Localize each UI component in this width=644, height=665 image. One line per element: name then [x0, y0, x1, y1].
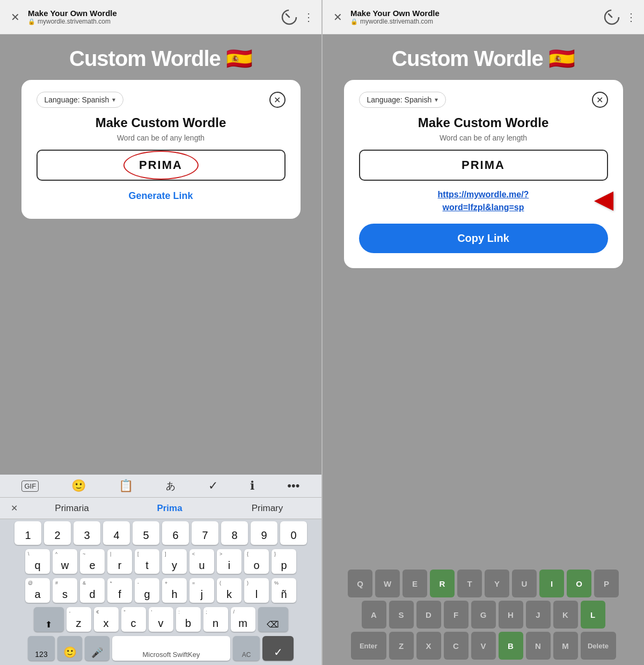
key-5[interactable]: 5: [133, 521, 159, 545]
copy-link-button[interactable]: Copy Link: [359, 224, 608, 253]
autocorrect-dismiss[interactable]: ✕: [5, 501, 23, 515]
key-y[interactable]: ]y: [162, 549, 187, 574]
wkey-D[interactable]: D: [416, 601, 441, 629]
left-modal-close-button[interactable]: ✕: [269, 92, 286, 108]
key-u[interactable]: <u: [189, 549, 214, 574]
emoji-key[interactable]: 🙂: [57, 636, 82, 661]
wkey-O[interactable]: O: [567, 570, 591, 597]
key-h[interactable]: +h: [162, 578, 187, 603]
mic-key[interactable]: 🎤: [85, 636, 109, 661]
wkey-M[interactable]: M: [553, 632, 578, 660]
key-123[interactable]: 123: [28, 636, 55, 661]
check-toolbar-icon[interactable]: ✓: [208, 479, 218, 493]
wkey-T[interactable]: T: [457, 570, 482, 597]
key-t[interactable]: [t: [135, 549, 159, 574]
key-z[interactable]: -z: [67, 607, 91, 632]
generate-link-button[interactable]: Generate Link: [128, 188, 193, 204]
key-f[interactable]: *f: [107, 578, 132, 603]
wkey-C[interactable]: C: [444, 632, 469, 660]
key-8[interactable]: 8: [221, 521, 248, 545]
wkey-H[interactable]: H: [499, 601, 523, 629]
wkey-Enter[interactable]: Enter: [351, 632, 386, 660]
right-close-button[interactable]: ✕: [330, 11, 345, 24]
key-6[interactable]: 6: [162, 521, 189, 545]
generated-url-link[interactable]: https://mywordle.me/?word=lfzpl&lang=sp: [398, 188, 569, 214]
autocorrect-word-3[interactable]: Primary: [218, 503, 316, 514]
key-v[interactable]: 'v: [149, 607, 173, 632]
key-n-tilde[interactable]: %ñ: [272, 578, 296, 603]
key-s[interactable]: #s: [53, 578, 77, 603]
key-9[interactable]: 9: [251, 521, 277, 545]
translate-icon[interactable]: あ: [166, 479, 175, 492]
right-modal-close-button[interactable]: ✕: [592, 92, 608, 108]
more-toolbar-icon[interactable]: •••: [287, 479, 299, 493]
wkey-B[interactable]: B: [499, 632, 523, 660]
key-1[interactable]: 1: [14, 521, 41, 545]
wkey-Q[interactable]: Q: [348, 570, 372, 597]
key-k[interactable]: (k: [217, 578, 241, 603]
key-o[interactable]: {o: [244, 549, 269, 574]
left-more-button[interactable]: ⋮: [303, 11, 314, 24]
wkey-Y[interactable]: Y: [485, 570, 509, 597]
wordle-row-2: A S D F G H J K L: [327, 601, 640, 629]
wkey-U[interactable]: U: [512, 570, 537, 597]
wkey-Delete[interactable]: Delete: [581, 632, 616, 660]
wkey-S[interactable]: S: [389, 601, 414, 629]
wkey-J[interactable]: J: [526, 601, 551, 629]
left-close-button[interactable]: ✕: [8, 11, 23, 24]
wkey-X[interactable]: X: [416, 632, 441, 660]
gif-icon[interactable]: GIF: [21, 481, 39, 492]
wkey-I[interactable]: I: [539, 570, 564, 597]
wkey-K[interactable]: K: [553, 601, 578, 629]
right-more-button[interactable]: ⋮: [626, 11, 636, 24]
key-w[interactable]: ^w: [53, 549, 77, 574]
left-language-select[interactable]: Language: Spanish ▾: [36, 92, 124, 108]
key-0[interactable]: 0: [280, 521, 307, 545]
key-n[interactable]: ;n: [203, 607, 228, 632]
wkey-A[interactable]: A: [362, 601, 386, 629]
check-key[interactable]: ✓: [262, 636, 294, 661]
key-d[interactable]: &d: [80, 578, 105, 603]
left-word-input[interactable]: PRIMA: [36, 150, 286, 181]
wkey-L[interactable]: L: [581, 601, 605, 629]
key-e[interactable]: ~e: [80, 549, 105, 574]
key-m[interactable]: /m: [231, 607, 255, 632]
key-3[interactable]: 3: [74, 521, 100, 545]
wkey-Z[interactable]: Z: [389, 632, 414, 660]
right-timer-icon: [603, 9, 620, 26]
autocorrect-word-2[interactable]: Prima: [121, 503, 218, 514]
key-a[interactable]: @a: [25, 578, 50, 603]
key-r[interactable]: |r: [107, 549, 132, 574]
key-j[interactable]: =j: [189, 578, 214, 603]
key-2[interactable]: 2: [44, 521, 71, 545]
sticker-icon[interactable]: 🙂: [71, 479, 86, 493]
ac-key[interactable]: AC: [233, 636, 260, 661]
autocorrect-word-1[interactable]: Primaria: [23, 503, 121, 514]
info-icon[interactable]: ℹ: [250, 479, 254, 493]
right-language-select[interactable]: Language: Spanish ▾: [359, 92, 447, 108]
key-p[interactable]: }p: [272, 549, 296, 574]
wkey-E[interactable]: E: [402, 570, 427, 597]
wkey-G[interactable]: G: [471, 601, 496, 629]
key-q[interactable]: \q: [25, 549, 50, 574]
wkey-N[interactable]: N: [526, 632, 551, 660]
key-x[interactable]: €x: [94, 607, 119, 632]
wkey-R[interactable]: R: [430, 570, 455, 597]
key-g[interactable]: -g: [135, 578, 159, 603]
wkey-P[interactable]: P: [594, 570, 619, 597]
key-b[interactable]: :b: [176, 607, 201, 632]
wkey-F[interactable]: F: [444, 601, 469, 629]
backspace-key[interactable]: ⌫: [258, 607, 288, 632]
clipboard-icon[interactable]: 📋: [119, 479, 133, 493]
key-7[interactable]: 7: [192, 521, 218, 545]
space-key[interactable]: Microsoft SwiftKey: [112, 636, 230, 661]
key-4[interactable]: 4: [103, 521, 130, 545]
wkey-W[interactable]: W: [375, 570, 400, 597]
shift-key[interactable]: ⬆: [34, 607, 64, 632]
qwerty-row: \q ^w ~e |r [t ]y <u >i {o }p: [0, 547, 321, 576]
key-i[interactable]: >i: [217, 549, 241, 574]
wkey-V[interactable]: V: [471, 632, 496, 660]
key-c[interactable]: "c: [121, 607, 146, 632]
key-l[interactable]: )l: [244, 578, 269, 603]
right-word-input[interactable]: PRIMA: [359, 150, 608, 181]
